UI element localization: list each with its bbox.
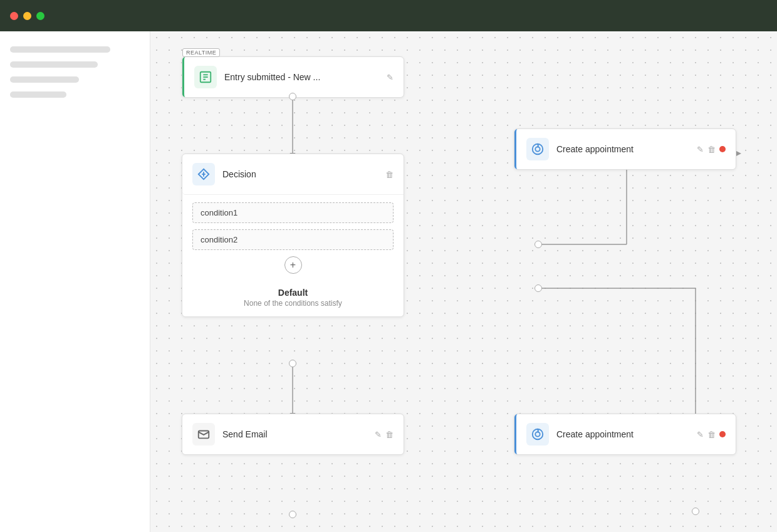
create-appointment-bottom-node: Create appointment ✎ 🗑 [514, 414, 736, 455]
add-condition-button[interactable]: + [284, 256, 302, 274]
create-appt-bottom-delete-icon[interactable]: 🗑 [707, 430, 716, 439]
create-appointment-top-node: Create appointment ✎ 🗑 [514, 128, 736, 170]
create-appt-top-error-dot [719, 146, 726, 152]
sidebar-line-4 [10, 91, 66, 98]
send-email-edit-icon[interactable]: ✎ [375, 430, 382, 439]
decision-node-title: Decision [222, 169, 378, 179]
send-email-title: Send Email [222, 429, 367, 439]
default-section: Default None of the conditions satisfy [182, 281, 404, 316]
create-appt-bottom-actions: ✎ 🗑 [697, 430, 726, 439]
create-appt-top-delete-icon[interactable]: 🗑 [707, 145, 716, 154]
decision-delete-icon[interactable]: 🗑 [385, 170, 394, 179]
sidebar-line-2 [10, 61, 98, 68]
sidebar-line-3 [10, 76, 79, 83]
create-appt-bottom-error-dot [719, 431, 726, 437]
default-label: Default [192, 288, 394, 298]
create-appt-bottom-edit-icon[interactable]: ✎ [697, 430, 704, 439]
entry-bottom-dot [289, 93, 296, 100]
condition2-box[interactable]: condition2 [192, 229, 394, 250]
entry-node: REALTIME Entry submitted - New ... ✎ [182, 56, 404, 98]
create-appt-top-actions: ✎ 🗑 [697, 145, 726, 154]
create-appt-top-icon-wrap [526, 138, 549, 160]
sidebar [0, 31, 150, 532]
condition2-right-dot [535, 284, 542, 292]
conditions-area: condition1 condition2 + [182, 195, 404, 281]
titlebar [0, 0, 777, 31]
send-email-actions: ✎ 🗑 [375, 430, 394, 439]
create-appt-bottom-icon-wrap [526, 423, 549, 446]
entry-edit-icon[interactable]: ✎ [387, 73, 394, 82]
decision-icon-wrap [192, 163, 215, 185]
condition1-right-dot [535, 241, 542, 248]
sidebar-line-1 [10, 46, 110, 53]
traffic-light-yellow[interactable] [23, 12, 31, 20]
condition1-box[interactable]: condition1 [192, 202, 394, 223]
traffic-light-green[interactable] [36, 12, 44, 20]
decision-bottom-dot [289, 360, 296, 367]
send-email-icon-wrap [192, 423, 215, 446]
workflow-canvas: REALTIME Entry submitted - New ... ✎ [150, 31, 777, 532]
default-sublabel: None of the conditions satisfy [192, 299, 394, 308]
send-email-node: Send Email ✎ 🗑 [182, 414, 404, 455]
create-appt-top-title: Create appointment [556, 144, 689, 154]
create-appt-top-edit-icon[interactable]: ✎ [697, 145, 704, 154]
svg-point-17 [535, 432, 540, 436]
send-email-bottom-dot [289, 511, 296, 518]
entry-icon [194, 66, 217, 88]
traffic-light-red[interactable] [10, 12, 18, 20]
entry-node-title: Entry submitted - New ... [224, 72, 379, 82]
decision-node: Decision 🗑 condition1 condition2 + Defau… [182, 154, 404, 317]
svg-point-14 [535, 147, 540, 151]
send-email-delete-icon[interactable]: 🗑 [385, 430, 394, 439]
realtime-badge: REALTIME [182, 48, 220, 57]
create-appt-bottom-bottom-dot [692, 508, 699, 515]
create-appt-bottom-title: Create appointment [556, 429, 689, 439]
